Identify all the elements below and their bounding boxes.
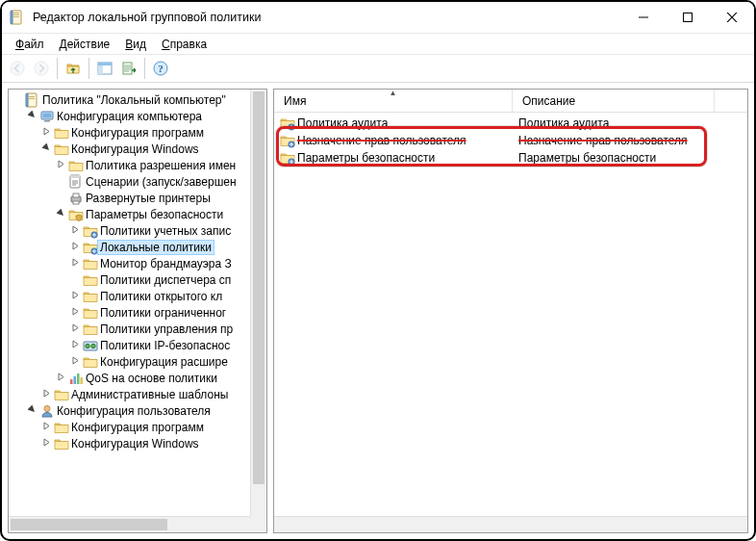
qos-icon: [67, 371, 84, 386]
tree-item[interactable]: Политика разрешения имен: [11, 157, 266, 173]
tree-panel: Политика "Локальный компьютер"Конфигурац…: [8, 89, 267, 533]
tree-item[interactable]: Монитор брандмауэра З: [11, 255, 266, 271]
collapse-icon[interactable]: [25, 405, 38, 416]
menu-action[interactable]: Действие: [52, 36, 118, 53]
folder-icon: [280, 150, 297, 166]
tree-item-label: Развернутые принтеры: [84, 192, 213, 205]
expand-icon[interactable]: [68, 225, 82, 236]
tree-item-label: Конфигурация компьютера: [55, 110, 204, 123]
list-item-desc: Политика аудита: [518, 116, 609, 130]
tree-item[interactable]: Политики учетных запис: [11, 222, 266, 239]
tree-item-label: Конфигурация программ: [69, 421, 206, 434]
expand-icon[interactable]: [68, 242, 82, 252]
titlebar: Редактор локальной групповой политики: [2, 2, 754, 33]
collapse-icon[interactable]: [54, 209, 67, 219]
folder-icon: [82, 354, 98, 370]
tree-item[interactable]: Развернутые принтеры: [11, 190, 266, 206]
list-item[interactable]: Политика аудитаПолитика аудита: [274, 115, 747, 132]
tree-view[interactable]: Политика "Локальный компьютер"Конфигурац…: [9, 90, 266, 532]
list-item-name: Политика аудита: [297, 116, 388, 130]
folder-icon: [53, 420, 69, 435]
tree-item[interactable]: Параметры безопасности: [11, 206, 266, 222]
tree-item[interactable]: QoS на основе политики: [11, 370, 266, 386]
expand-icon[interactable]: [68, 323, 82, 334]
expand-icon[interactable]: [68, 291, 82, 301]
app-window: Редактор локальной групповой политики Фа…: [0, 0, 756, 541]
menubar: Файл Действие Вид Справка: [2, 33, 754, 54]
svg-rect-5: [684, 13, 693, 21]
menu-file[interactable]: Файл: [8, 36, 52, 53]
security-icon: [67, 207, 84, 222]
horizontal-scrollbar[interactable]: [274, 516, 747, 532]
tree-item-label: Конфигурация расшире: [98, 355, 230, 369]
collapse-icon[interactable]: [39, 143, 53, 154]
tree-item[interactable]: Конфигурация компьютера: [11, 108, 266, 124]
tree-item[interactable]: Конфигурация программ: [11, 419, 266, 435]
collapse-icon[interactable]: [25, 111, 38, 121]
column-header-name[interactable]: Имя ▲: [274, 90, 513, 112]
close-button[interactable]: [710, 2, 754, 32]
horizontal-scrollbar[interactable]: [9, 516, 250, 532]
tree-item-label: Административные шаблоны: [69, 388, 230, 401]
expand-icon[interactable]: [39, 438, 53, 449]
folder-icon: [82, 305, 98, 321]
svg-point-6: [11, 62, 24, 75]
tree-item[interactable]: Конфигурация Windows: [11, 435, 266, 451]
tree-item[interactable]: Административные шаблоны: [11, 386, 266, 402]
expand-icon[interactable]: [39, 422, 53, 432]
tree-item[interactable]: Сценарии (запуск/завершен: [11, 173, 266, 190]
folder-icon: [82, 322, 98, 337]
list-item-desc: Параметры безопасности: [518, 151, 656, 165]
column-header-name-label: Имя: [284, 94, 306, 108]
tree-item-label: Конфигурация Windows: [69, 437, 201, 451]
tree-item[interactable]: Конфигурация пользователя: [11, 402, 266, 419]
tree-item[interactable]: Политики управления пр: [11, 321, 266, 337]
forward-button[interactable]: [30, 57, 53, 80]
svg-rect-3: [13, 16, 19, 17]
expand-icon[interactable]: [39, 389, 53, 399]
minimize-button[interactable]: [621, 2, 666, 32]
tree-item[interactable]: Политики IP-безопаснос: [11, 337, 266, 353]
tree-item[interactable]: Конфигурация Windows: [11, 141, 266, 157]
column-header-description[interactable]: Описание: [513, 90, 715, 112]
list-item[interactable]: Назначение прав пользователяНазначение п…: [274, 132, 747, 149]
vertical-scrollbar[interactable]: [250, 90, 266, 516]
expand-icon[interactable]: [68, 340, 82, 350]
folder-icon: [53, 142, 69, 157]
menu-view[interactable]: Вид: [117, 36, 154, 53]
expand-icon[interactable]: [54, 160, 67, 170]
tree-item[interactable]: Политика "Локальный компьютер": [11, 91, 266, 108]
list-body[interactable]: Политика аудитаПолитика аудитаНазначение…: [274, 113, 747, 532]
tree-item-label: Политики IP-безопаснос: [98, 339, 232, 352]
svg-point-7: [35, 62, 48, 75]
export-button[interactable]: [117, 57, 140, 80]
tree-item[interactable]: Политики открытого кл: [11, 288, 266, 304]
printer-icon: [67, 191, 84, 206]
expand-icon[interactable]: [68, 307, 82, 318]
list-item[interactable]: Параметры безопасностиПараметры безопасн…: [274, 149, 747, 167]
tree-item[interactable]: Политики диспетчера сп: [11, 271, 266, 288]
up-button[interactable]: [62, 57, 85, 80]
folder-icon: [53, 125, 69, 141]
tree-item[interactable]: Локальные политики: [11, 239, 266, 255]
show-hide-tree-button[interactable]: [93, 57, 116, 80]
tree-item[interactable]: Конфигурация программ: [11, 124, 266, 141]
tree-item-label: Политика "Локальный компьютер": [40, 93, 228, 107]
menu-help[interactable]: Справка: [154, 36, 214, 53]
tree-item-label: Политики управления пр: [98, 322, 235, 336]
svg-rect-1: [13, 13, 19, 13]
folder-icon: [53, 387, 69, 402]
svg-rect-4: [11, 11, 13, 24]
help-button[interactable]: ?: [149, 57, 172, 80]
tree-item[interactable]: Конфигурация расшире: [11, 353, 266, 370]
expand-icon[interactable]: [39, 127, 53, 138]
expand-icon[interactable]: [54, 373, 67, 383]
tree-item[interactable]: Политики ограниченног: [11, 304, 266, 321]
maximize-button[interactable]: [666, 2, 710, 32]
back-button[interactable]: [6, 57, 29, 80]
expand-icon[interactable]: [68, 356, 82, 367]
root-icon: [24, 92, 40, 108]
window-title: Редактор локальной групповой политики: [33, 11, 621, 24]
toolbar-separator: [88, 58, 89, 79]
expand-icon[interactable]: [68, 258, 82, 269]
